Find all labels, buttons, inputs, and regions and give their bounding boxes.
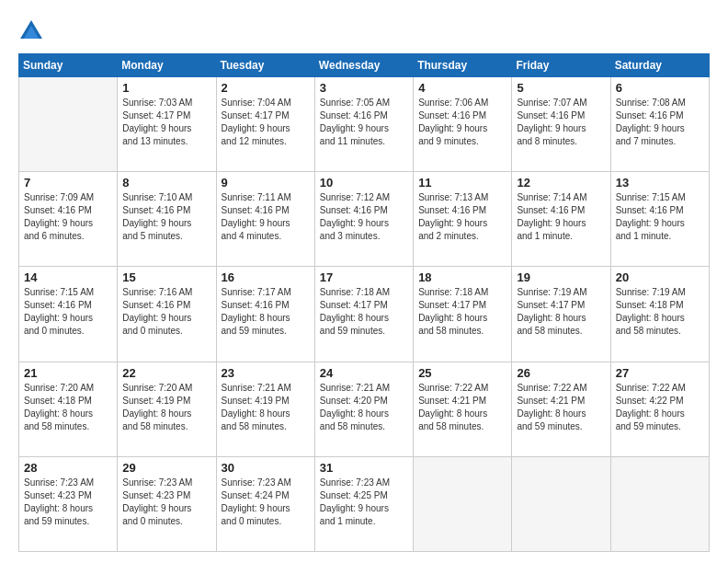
cell-detail: Sunrise: 7:22 AM Sunset: 4:22 PM Dayligh… — [616, 382, 704, 433]
cell-detail: Sunrise: 7:22 AM Sunset: 4:21 PM Dayligh… — [517, 382, 605, 433]
calendar-cell: 14Sunrise: 7:15 AM Sunset: 4:16 PM Dayli… — [19, 267, 118, 362]
day-number: 27 — [616, 366, 704, 380]
day-number: 8 — [122, 176, 210, 190]
cell-detail: Sunrise: 7:22 AM Sunset: 4:21 PM Dayligh… — [418, 382, 506, 433]
cell-detail: Sunrise: 7:19 AM Sunset: 4:18 PM Dayligh… — [616, 286, 704, 338]
cell-detail: Sunrise: 7:23 AM Sunset: 4:25 PM Dayligh… — [320, 477, 408, 528]
day-number: 2 — [222, 81, 310, 95]
day-number: 9 — [222, 176, 310, 190]
calendar-cell — [512, 456, 610, 551]
weekday-header-wednesday: Wednesday — [314, 54, 413, 77]
calendar-week-row: 1Sunrise: 7:03 AM Sunset: 4:17 PM Daylig… — [19, 77, 710, 172]
logo — [18, 18, 48, 44]
day-number: 24 — [320, 366, 408, 380]
calendar-cell: 27Sunrise: 7:22 AM Sunset: 4:22 PM Dayli… — [610, 362, 709, 456]
cell-detail: Sunrise: 7:09 AM Sunset: 4:16 PM Dayligh… — [24, 191, 112, 243]
calendar-cell: 23Sunrise: 7:21 AM Sunset: 4:19 PM Dayli… — [216, 362, 314, 456]
day-number: 16 — [222, 270, 310, 284]
calendar-cell: 17Sunrise: 7:18 AM Sunset: 4:17 PM Dayli… — [314, 267, 413, 362]
calendar-cell — [414, 456, 512, 551]
calendar-cell: 30Sunrise: 7:23 AM Sunset: 4:24 PM Dayli… — [216, 456, 314, 551]
logo-icon — [18, 18, 44, 44]
calendar-cell: 2Sunrise: 7:04 AM Sunset: 4:17 PM Daylig… — [216, 77, 314, 172]
cell-detail: Sunrise: 7:21 AM Sunset: 4:20 PM Dayligh… — [320, 382, 408, 433]
day-number: 4 — [418, 81, 506, 95]
cell-detail: Sunrise: 7:05 AM Sunset: 4:16 PM Dayligh… — [320, 97, 408, 148]
day-number: 12 — [517, 176, 605, 190]
calendar-cell: 20Sunrise: 7:19 AM Sunset: 4:18 PM Dayli… — [610, 267, 709, 362]
calendar-cell: 21Sunrise: 7:20 AM Sunset: 4:18 PM Dayli… — [19, 362, 118, 456]
calendar-cell: 11Sunrise: 7:13 AM Sunset: 4:16 PM Dayli… — [414, 172, 512, 267]
calendar-cell: 29Sunrise: 7:23 AM Sunset: 4:23 PM Dayli… — [118, 456, 216, 551]
calendar-cell: 22Sunrise: 7:20 AM Sunset: 4:19 PM Dayli… — [118, 362, 216, 456]
cell-detail: Sunrise: 7:15 AM Sunset: 4:16 PM Dayligh… — [616, 191, 704, 243]
cell-detail: Sunrise: 7:06 AM Sunset: 4:16 PM Dayligh… — [418, 97, 506, 148]
calendar-cell: 16Sunrise: 7:17 AM Sunset: 4:16 PM Dayli… — [216, 267, 314, 362]
cell-detail: Sunrise: 7:18 AM Sunset: 4:17 PM Dayligh… — [418, 286, 506, 338]
calendar-cell: 12Sunrise: 7:14 AM Sunset: 4:16 PM Dayli… — [512, 172, 610, 267]
day-number: 22 — [122, 366, 210, 380]
calendar-cell: 6Sunrise: 7:08 AM Sunset: 4:16 PM Daylig… — [610, 77, 709, 172]
day-number: 21 — [24, 366, 112, 380]
cell-detail: Sunrise: 7:21 AM Sunset: 4:19 PM Dayligh… — [222, 382, 310, 433]
calendar-cell: 31Sunrise: 7:23 AM Sunset: 4:25 PM Dayli… — [314, 456, 413, 551]
day-number: 15 — [122, 270, 210, 284]
cell-detail: Sunrise: 7:23 AM Sunset: 4:24 PM Dayligh… — [222, 477, 310, 528]
calendar-week-row: 14Sunrise: 7:15 AM Sunset: 4:16 PM Dayli… — [19, 267, 710, 362]
day-number: 3 — [320, 81, 408, 95]
day-number: 13 — [616, 176, 704, 190]
weekday-header-thursday: Thursday — [414, 54, 512, 77]
day-number: 6 — [616, 81, 704, 95]
calendar-cell: 10Sunrise: 7:12 AM Sunset: 4:16 PM Dayli… — [314, 172, 413, 267]
calendar-cell: 7Sunrise: 7:09 AM Sunset: 4:16 PM Daylig… — [19, 172, 118, 267]
cell-detail: Sunrise: 7:08 AM Sunset: 4:16 PM Dayligh… — [616, 97, 704, 148]
calendar-cell: 26Sunrise: 7:22 AM Sunset: 4:21 PM Dayli… — [512, 362, 610, 456]
day-number: 31 — [320, 461, 408, 475]
calendar-cell: 15Sunrise: 7:16 AM Sunset: 4:16 PM Dayli… — [118, 267, 216, 362]
day-number: 20 — [616, 270, 704, 284]
day-number: 23 — [222, 366, 310, 380]
calendar-cell: 8Sunrise: 7:10 AM Sunset: 4:16 PM Daylig… — [118, 172, 216, 267]
weekday-header-monday: Monday — [118, 54, 216, 77]
cell-detail: Sunrise: 7:14 AM Sunset: 4:16 PM Dayligh… — [517, 191, 605, 243]
calendar-cell: 28Sunrise: 7:23 AM Sunset: 4:23 PM Dayli… — [19, 456, 118, 551]
calendar-week-row: 21Sunrise: 7:20 AM Sunset: 4:18 PM Dayli… — [19, 362, 710, 456]
cell-detail: Sunrise: 7:16 AM Sunset: 4:16 PM Dayligh… — [122, 286, 210, 338]
cell-detail: Sunrise: 7:10 AM Sunset: 4:16 PM Dayligh… — [122, 191, 210, 243]
cell-detail: Sunrise: 7:17 AM Sunset: 4:16 PM Dayligh… — [222, 286, 310, 338]
day-number: 25 — [418, 366, 506, 380]
cell-detail: Sunrise: 7:20 AM Sunset: 4:18 PM Dayligh… — [24, 382, 112, 433]
day-number: 14 — [24, 270, 112, 284]
calendar-cell — [19, 77, 118, 172]
day-number: 30 — [222, 461, 310, 475]
cell-detail: Sunrise: 7:07 AM Sunset: 4:16 PM Dayligh… — [517, 97, 605, 148]
day-number: 5 — [517, 81, 605, 95]
cell-detail: Sunrise: 7:19 AM Sunset: 4:17 PM Dayligh… — [517, 286, 605, 338]
calendar-cell: 13Sunrise: 7:15 AM Sunset: 4:16 PM Dayli… — [610, 172, 709, 267]
day-number: 19 — [517, 270, 605, 284]
day-number: 1 — [122, 81, 210, 95]
calendar-cell: 4Sunrise: 7:06 AM Sunset: 4:16 PM Daylig… — [414, 77, 512, 172]
calendar-week-row: 28Sunrise: 7:23 AM Sunset: 4:23 PM Dayli… — [19, 456, 710, 551]
day-number: 18 — [418, 270, 506, 284]
cell-detail: Sunrise: 7:15 AM Sunset: 4:16 PM Dayligh… — [24, 286, 112, 338]
cell-detail: Sunrise: 7:12 AM Sunset: 4:16 PM Dayligh… — [320, 191, 408, 243]
cell-detail: Sunrise: 7:13 AM Sunset: 4:16 PM Dayligh… — [418, 191, 506, 243]
weekday-header-friday: Friday — [512, 54, 610, 77]
cell-detail: Sunrise: 7:11 AM Sunset: 4:16 PM Dayligh… — [222, 191, 310, 243]
cell-detail: Sunrise: 7:23 AM Sunset: 4:23 PM Dayligh… — [122, 477, 210, 528]
day-number: 11 — [418, 176, 506, 190]
calendar-cell: 3Sunrise: 7:05 AM Sunset: 4:16 PM Daylig… — [314, 77, 413, 172]
calendar-cell: 25Sunrise: 7:22 AM Sunset: 4:21 PM Dayli… — [414, 362, 512, 456]
calendar-table: SundayMondayTuesdayWednesdayThursdayFrid… — [18, 53, 710, 552]
cell-detail: Sunrise: 7:20 AM Sunset: 4:19 PM Dayligh… — [122, 382, 210, 433]
calendar-cell: 24Sunrise: 7:21 AM Sunset: 4:20 PM Dayli… — [314, 362, 413, 456]
page: SundayMondayTuesdayWednesdayThursdayFrid… — [0, 0, 728, 563]
calendar-week-row: 7Sunrise: 7:09 AM Sunset: 4:16 PM Daylig… — [19, 172, 710, 267]
calendar-cell: 9Sunrise: 7:11 AM Sunset: 4:16 PM Daylig… — [216, 172, 314, 267]
weekday-header-saturday: Saturday — [610, 54, 709, 77]
day-number: 28 — [24, 461, 112, 475]
day-number: 26 — [517, 366, 605, 380]
day-number: 29 — [122, 461, 210, 475]
day-number: 10 — [320, 176, 408, 190]
